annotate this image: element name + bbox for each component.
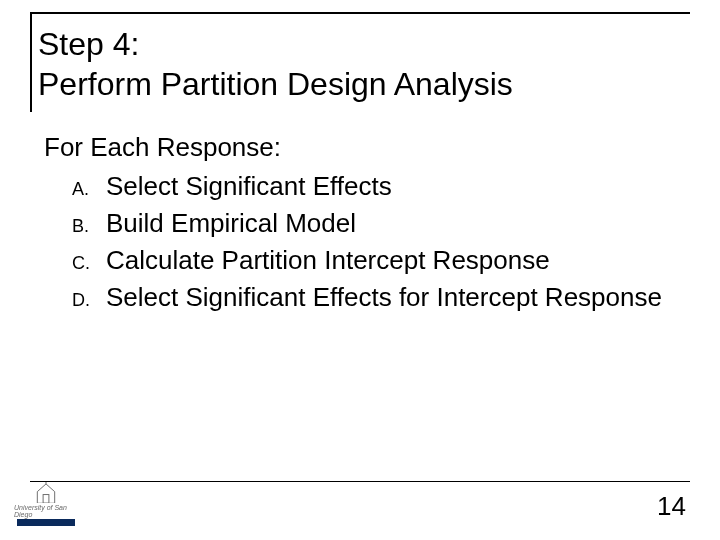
list-item: A. Select Significant Effects <box>72 169 682 204</box>
footer-rule <box>30 481 690 482</box>
slide-title-box: Step 4: Perform Partition Design Analysi… <box>30 12 690 112</box>
list-text: Select Significant Effects for Intercept… <box>106 280 682 315</box>
step-list: A. Select Significant Effects B. Build E… <box>72 169 682 315</box>
page-number: 14 <box>657 491 686 522</box>
list-text: Calculate Partition Intercept Response <box>106 243 682 278</box>
list-marker: A. <box>72 177 106 201</box>
slide: Step 4: Perform Partition Design Analysi… <box>0 0 720 540</box>
university-logo: University of San Diego <box>14 482 78 526</box>
church-icon <box>33 482 59 503</box>
logo-text: University of San Diego <box>14 504 78 518</box>
body-lead: For Each Response: <box>44 130 682 165</box>
list-text: Select Significant Effects <box>106 169 682 204</box>
logo-bar <box>17 519 75 526</box>
slide-body: For Each Response: A. Select Significant… <box>30 126 690 315</box>
list-text: Build Empirical Model <box>106 206 682 241</box>
svg-rect-0 <box>43 495 49 504</box>
list-item: D. Select Significant Effects for Interc… <box>72 280 682 315</box>
list-marker: B. <box>72 214 106 238</box>
slide-title-line2: Perform Partition Design Analysis <box>38 64 690 104</box>
list-marker: D. <box>72 288 106 312</box>
list-marker: C. <box>72 251 106 275</box>
list-item: B. Build Empirical Model <box>72 206 682 241</box>
list-item: C. Calculate Partition Intercept Respons… <box>72 243 682 278</box>
slide-title-line1: Step 4: <box>38 24 690 64</box>
